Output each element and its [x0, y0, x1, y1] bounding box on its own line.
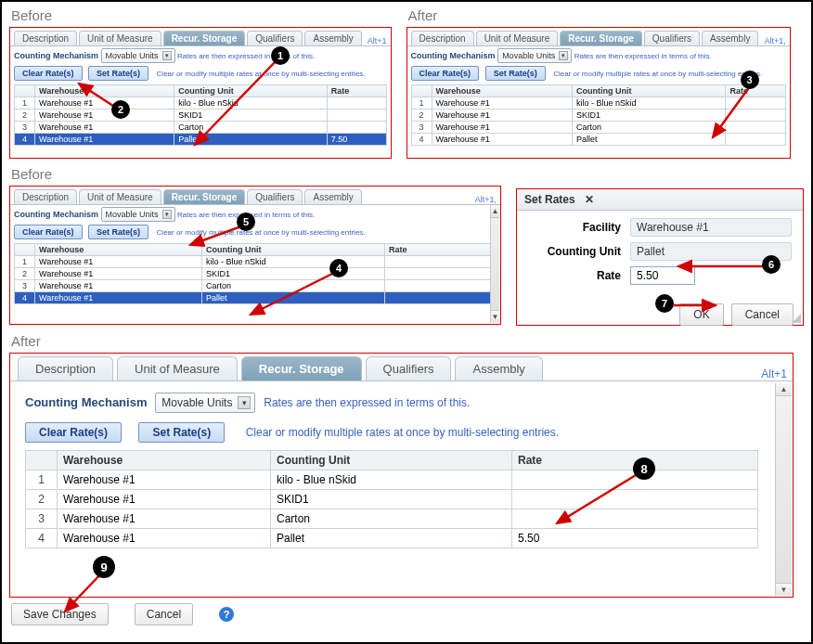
- multi-hint: Clear or modify multiple rates at once b…: [157, 228, 366, 237]
- table-row[interactable]: 3Warehouse #1Carton: [411, 122, 785, 134]
- set-rates-button[interactable]: Set Rate(s): [138, 422, 225, 443]
- set-rates-button[interactable]: Set Rate(s): [88, 225, 148, 239]
- col-warehouse: Warehouse: [35, 85, 174, 97]
- section-title-after2: After: [11, 333, 804, 349]
- scrollbar[interactable]: ▲▼: [490, 205, 499, 323]
- ok-button[interactable]: OK: [679, 303, 723, 326]
- tab-recur-storage[interactable]: Recur. Storage: [163, 189, 246, 204]
- facility-value: Warehouse #1: [630, 218, 792, 237]
- set-rates-button[interactable]: Set Rate(s): [485, 66, 546, 81]
- tab-assembly[interactable]: Assembly: [304, 189, 361, 204]
- cancel-button[interactable]: Cancel: [135, 603, 193, 625]
- tab-recur-storage[interactable]: Recur. Storage: [560, 31, 642, 45]
- table-row[interactable]: 1Warehouse #1kilo - Blue nSkid: [15, 256, 497, 268]
- tab-recur-storage[interactable]: Recur. Storage: [163, 31, 246, 45]
- close-icon[interactable]: ✕: [585, 193, 594, 206]
- rate-input[interactable]: [630, 266, 695, 285]
- tab-qualifiers[interactable]: Qualifiers: [644, 31, 700, 45]
- set-rates-button[interactable]: Set Rate(s): [88, 66, 148, 81]
- chevron-down-icon: ▾: [162, 210, 172, 219]
- panel-after-2: Description Unit of Measure Recur. Stora…: [9, 353, 794, 598]
- table-row[interactable]: 4Warehouse #1Pallet7.50: [15, 134, 387, 146]
- callout-4: 4: [329, 259, 348, 277]
- counting-mechanism-select[interactable]: Movable Units ▾: [101, 48, 175, 63]
- counting-mechanism-select[interactable]: Movable Units ▾: [101, 207, 175, 222]
- rates-hint: Rates are then expressed in terms of thi…: [177, 52, 315, 60]
- tab-description[interactable]: Description: [18, 356, 113, 380]
- table-row[interactable]: 3Warehouse #1Carton: [26, 509, 758, 529]
- tab-qualifiers[interactable]: Qualifiers: [247, 31, 303, 45]
- table-row[interactable]: 3Warehouse #1Carton: [15, 122, 387, 134]
- clear-rates-button[interactable]: Clear Rate(s): [411, 66, 480, 81]
- table-row[interactable]: 4Warehouse #1Pallet: [411, 134, 785, 146]
- tab-qualifiers[interactable]: Qualifiers: [366, 356, 452, 380]
- multi-hint: Clear or modify multiple rates at once b…: [246, 426, 559, 439]
- callout-8: 8: [633, 457, 655, 480]
- clear-rates-button[interactable]: Clear Rate(s): [14, 66, 83, 81]
- dialog-title: Set Rates: [524, 193, 575, 206]
- panel-after-1: Description Unit of Measure Recur. Stora…: [406, 27, 791, 159]
- clear-rates-button[interactable]: Clear Rate(s): [14, 225, 83, 239]
- rate-label: Rate: [528, 269, 630, 282]
- chevron-down-icon: ▾: [238, 396, 251, 409]
- table-row[interactable]: 2Warehouse #1SKID1: [411, 109, 785, 122]
- table-row[interactable]: 3Warehouse #1Carton: [15, 280, 497, 292]
- scrollbar[interactable]: ▲▼: [775, 383, 792, 596]
- help-icon[interactable]: ?: [219, 607, 234, 622]
- counting-mechanism-label: Counting Mechanism: [25, 395, 147, 409]
- table-row[interactable]: 1Warehouse #1kilo - Blue nSkid: [411, 97, 785, 109]
- table-row[interactable]: 2Warehouse #1SKID1: [26, 490, 758, 509]
- table-row[interactable]: 4Warehouse #1Pallet: [15, 292, 497, 304]
- table-row[interactable]: 2Warehouse #1SKID1: [15, 268, 497, 280]
- counting-mechanism-select[interactable]: Movable Units ▾: [497, 48, 572, 63]
- tab-description[interactable]: Description: [14, 189, 77, 204]
- section-title-before1: Before: [11, 7, 392, 23]
- clear-rates-button[interactable]: Clear Rate(s): [25, 422, 122, 443]
- table-row[interactable]: 1Warehouse #1kilo - Blue nSkid: [15, 97, 387, 109]
- multi-hint: Clear or modify multiple rates at once b…: [553, 70, 762, 78]
- save-changes-button[interactable]: Save Changes: [11, 603, 109, 625]
- tab-uom[interactable]: Unit of Measure: [117, 356, 238, 380]
- tab-shortcut: Alt+1: [755, 364, 793, 380]
- tab-shortcut: Alt+1: [364, 34, 391, 45]
- counting-unit-label: Counting Unit: [528, 245, 630, 258]
- rates-table: WarehouseCounting UnitRate 1Warehouse #1…: [411, 84, 786, 146]
- scroll-up-icon[interactable]: ▲: [776, 383, 792, 396]
- tab-assembly[interactable]: Assembly: [702, 31, 758, 45]
- scroll-up-icon[interactable]: ▲: [491, 205, 499, 218]
- tab-assembly[interactable]: Assembly: [455, 356, 542, 380]
- callout-3: 3: [741, 71, 759, 89]
- col-rate: Rate: [327, 85, 386, 97]
- scroll-down-icon[interactable]: ▼: [776, 583, 792, 596]
- counting-mechanism-select[interactable]: Movable Units ▾: [155, 393, 255, 413]
- callout-7: 7: [655, 294, 674, 313]
- callout-1: 1: [271, 46, 290, 65]
- tab-uom[interactable]: Unit of Measure: [476, 31, 559, 45]
- section-title-before2: Before: [11, 166, 501, 182]
- rates-hint: Rates are then expressed in terms of thi…: [574, 52, 712, 60]
- multi-hint: Clear or modify multiple rates at once b…: [157, 70, 366, 78]
- tab-uom[interactable]: Unit of Measure: [79, 31, 161, 45]
- tab-recur-storage[interactable]: Recur. Storage: [241, 356, 362, 380]
- panel-before-1: Description Unit of Measure Recur. Stora…: [9, 27, 392, 159]
- cancel-button[interactable]: Cancel: [731, 303, 794, 326]
- tab-qualifiers[interactable]: Qualifiers: [247, 189, 303, 204]
- tab-description[interactable]: Description: [411, 31, 474, 45]
- chevron-down-icon: ▾: [162, 51, 172, 60]
- counting-mechanism-label: Counting Mechanism: [14, 51, 98, 60]
- resize-grip-icon[interactable]: [792, 314, 801, 323]
- counting-mechanism-label: Counting Mechanism: [14, 210, 98, 219]
- callout-5: 5: [237, 213, 255, 231]
- tab-assembly[interactable]: Assembly: [304, 31, 361, 45]
- tab-shortcut: Alt+1,: [471, 193, 500, 204]
- table-row[interactable]: 4Warehouse #1Pallet5.50: [26, 529, 758, 548]
- counting-mechanism-value: Movable Units: [106, 51, 159, 60]
- tab-uom[interactable]: Unit of Measure: [79, 189, 161, 204]
- chevron-down-icon: ▾: [559, 51, 568, 60]
- callout-9: 9: [93, 556, 115, 578]
- table-row[interactable]: 2Warehouse #1SKID1: [15, 109, 387, 122]
- section-title-after1: After: [408, 7, 791, 23]
- rates-table: WarehouseCounting UnitRate 1Warehouse #1…: [14, 243, 497, 304]
- scroll-down-icon[interactable]: ▼: [491, 310, 499, 323]
- tab-description[interactable]: Description: [14, 31, 77, 45]
